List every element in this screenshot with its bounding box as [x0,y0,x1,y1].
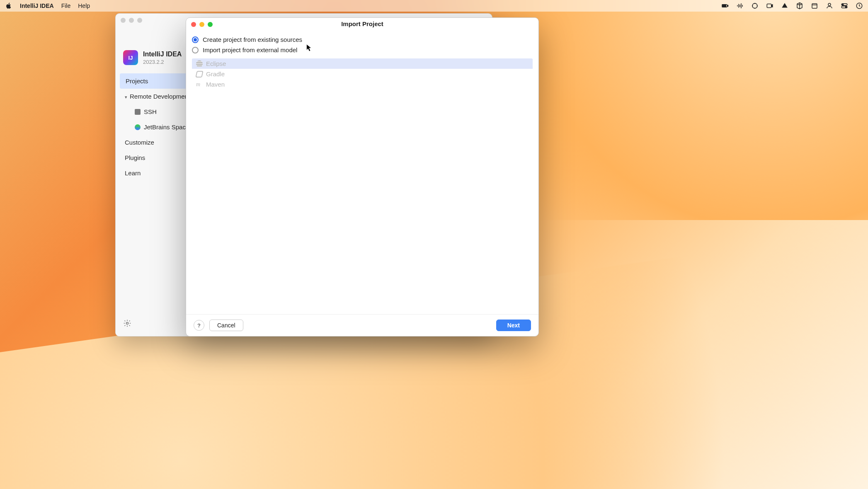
svg-point-11 [828,3,831,6]
model-option-eclipse[interactable]: Eclipse [192,58,533,69]
location-icon[interactable] [751,2,759,10]
intellij-logo-icon: IJ [123,50,138,65]
svg-rect-7 [742,5,743,7]
model-label: Gradle [206,70,225,77]
help-menu[interactable]: Help [78,2,90,9]
radio-import-external-model[interactable]: Import project from external model [192,45,533,55]
svg-rect-2 [727,5,728,7]
radio-label: Import project from external model [203,46,297,53]
svg-rect-10 [812,4,817,8]
svg-point-15 [845,7,846,8]
radio-icon [192,36,199,43]
svg-point-17 [126,322,129,324]
audio-levels-icon[interactable] [736,2,744,10]
drive-icon[interactable] [781,2,788,10]
maven-icon: m [196,81,203,88]
radio-label: Create project from existing sources [203,36,302,43]
file-menu[interactable]: File [61,2,71,9]
sidebar-item-label: SSH [144,108,157,115]
radio-icon [192,47,199,53]
eclipse-icon [196,61,203,67]
app-menu[interactable]: IntelliJ IDEA [20,2,54,9]
screen-record-icon[interactable] [766,2,773,10]
model-option-maven[interactable]: m Maven [192,79,533,90]
user-icon[interactable] [826,2,833,10]
calendar-icon[interactable] [811,2,818,10]
dialog-title: Import Project [186,20,538,27]
svg-rect-5 [739,5,740,7]
help-button[interactable]: ? [194,320,204,331]
settings-gear-button[interactable] [123,319,131,329]
brand-name: IntelliJ IDEA [143,51,182,58]
sidebar-item-label: JetBrains Space [144,123,189,131]
radio-create-from-sources[interactable]: Create project from existing sources [192,34,533,45]
svg-rect-9 [767,4,771,8]
apple-menu-icon[interactable] [5,2,12,10]
next-button[interactable]: Next [496,320,531,331]
model-option-gradle[interactable]: Gradle [192,69,533,79]
external-model-list: Eclipse Gradle m Maven [192,58,533,90]
import-project-dialog: Import Project Create project from exist… [186,17,539,336]
svg-point-8 [752,3,757,8]
model-label: Maven [206,81,225,88]
svg-rect-4 [738,4,739,8]
battery-icon[interactable] [721,2,729,10]
box-icon[interactable] [796,2,803,10]
terminal-icon [135,109,141,115]
cancel-button[interactable]: Cancel [209,320,243,331]
svg-rect-1 [722,5,726,7]
svg-point-13 [842,4,844,5]
macos-menubar: IntelliJ IDEA File Help [0,0,868,12]
jetbrains-space-icon [135,124,141,130]
model-label: Eclipse [206,60,226,67]
clock-icon[interactable] [856,2,863,10]
svg-rect-3 [737,5,738,7]
gradle-icon [195,71,203,77]
brand-version: 2023.2.2 [143,59,182,65]
toggles-icon[interactable] [841,2,848,10]
svg-rect-6 [741,3,742,8]
